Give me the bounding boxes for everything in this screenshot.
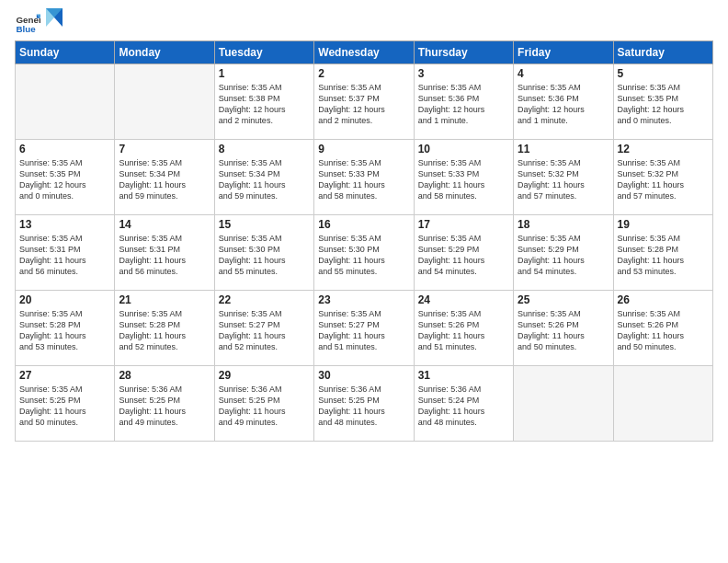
cell-info: Sunrise: 5:35 AM Sunset: 5:26 PM Dayligh… <box>618 308 709 353</box>
cell-info: Sunrise: 5:35 AM Sunset: 5:25 PM Dayligh… <box>19 384 110 429</box>
cell-info: Sunrise: 5:35 AM Sunset: 5:30 PM Dayligh… <box>318 233 409 278</box>
cell-info: Sunrise: 5:35 AM Sunset: 5:27 PM Dayligh… <box>219 308 310 353</box>
cell-info: Sunrise: 5:35 AM Sunset: 5:33 PM Dayligh… <box>418 157 509 202</box>
logo-triangle <box>46 8 63 27</box>
calendar-cell <box>613 366 712 442</box>
calendar-cell: 15Sunrise: 5:35 AM Sunset: 5:30 PM Dayli… <box>214 215 313 291</box>
cell-info: Sunrise: 5:35 AM Sunset: 5:32 PM Dayligh… <box>518 157 609 202</box>
cell-info: Sunrise: 5:36 AM Sunset: 5:24 PM Dayligh… <box>418 384 509 429</box>
day-number: 2 <box>318 67 409 80</box>
cell-info: Sunrise: 5:35 AM Sunset: 5:35 PM Dayligh… <box>618 82 709 127</box>
day-number: 4 <box>518 67 609 80</box>
cell-info: Sunrise: 5:35 AM Sunset: 5:33 PM Dayligh… <box>318 157 409 202</box>
day-number: 7 <box>119 143 210 155</box>
week-row-4: 20Sunrise: 5:35 AM Sunset: 5:28 PM Dayli… <box>16 291 713 366</box>
day-number: 29 <box>219 369 310 382</box>
header-row: SundayMondayTuesdayWednesdayThursdayFrid… <box>16 41 713 64</box>
cell-info: Sunrise: 5:35 AM Sunset: 5:30 PM Dayligh… <box>219 233 310 278</box>
calendar-cell: 1Sunrise: 5:35 AM Sunset: 5:38 PM Daylig… <box>214 64 313 140</box>
day-number: 12 <box>618 143 709 155</box>
calendar-cell <box>16 64 115 140</box>
cell-info: Sunrise: 5:35 AM Sunset: 5:29 PM Dayligh… <box>518 233 609 278</box>
day-number: 19 <box>618 218 709 231</box>
calendar-cell: 11Sunrise: 5:35 AM Sunset: 5:32 PM Dayli… <box>514 140 613 215</box>
day-number: 16 <box>318 218 409 231</box>
day-number: 8 <box>219 143 310 155</box>
week-row-5: 27Sunrise: 5:35 AM Sunset: 5:25 PM Dayli… <box>16 366 713 442</box>
cell-info: Sunrise: 5:35 AM Sunset: 5:28 PM Dayligh… <box>119 308 210 353</box>
day-header-tuesday: Tuesday <box>214 41 313 64</box>
calendar-cell: 30Sunrise: 5:36 AM Sunset: 5:25 PM Dayli… <box>314 366 414 442</box>
calendar-cell: 4Sunrise: 5:35 AM Sunset: 5:36 PM Daylig… <box>514 64 613 140</box>
day-header-friday: Friday <box>514 41 613 64</box>
week-row-3: 13Sunrise: 5:35 AM Sunset: 5:31 PM Dayli… <box>16 215 713 291</box>
calendar-cell: 14Sunrise: 5:35 AM Sunset: 5:31 PM Dayli… <box>115 215 214 291</box>
week-row-1: 1Sunrise: 5:35 AM Sunset: 5:38 PM Daylig… <box>16 64 713 140</box>
day-number: 30 <box>318 369 409 382</box>
calendar-cell: 24Sunrise: 5:35 AM Sunset: 5:26 PM Dayli… <box>414 291 513 366</box>
calendar-cell: 19Sunrise: 5:35 AM Sunset: 5:28 PM Dayli… <box>613 215 712 291</box>
day-number: 21 <box>119 293 210 306</box>
day-header-wednesday: Wednesday <box>314 41 414 64</box>
cell-info: Sunrise: 5:35 AM Sunset: 5:26 PM Dayligh… <box>518 308 609 353</box>
calendar-cell: 25Sunrise: 5:35 AM Sunset: 5:26 PM Dayli… <box>514 291 613 366</box>
day-header-monday: Monday <box>115 41 214 64</box>
day-number: 3 <box>418 67 509 80</box>
day-number: 9 <box>318 143 409 155</box>
day-number: 1 <box>219 67 310 80</box>
day-number: 25 <box>518 293 609 306</box>
day-header-thursday: Thursday <box>414 41 513 64</box>
cell-info: Sunrise: 5:35 AM Sunset: 5:37 PM Dayligh… <box>318 82 409 127</box>
calendar-cell: 7Sunrise: 5:35 AM Sunset: 5:34 PM Daylig… <box>115 140 214 215</box>
day-number: 18 <box>518 218 609 231</box>
cell-info: Sunrise: 5:35 AM Sunset: 5:32 PM Dayligh… <box>618 157 709 202</box>
calendar-cell: 5Sunrise: 5:35 AM Sunset: 5:35 PM Daylig… <box>613 64 712 140</box>
calendar-cell: 17Sunrise: 5:35 AM Sunset: 5:29 PM Dayli… <box>414 215 513 291</box>
cell-info: Sunrise: 5:35 AM Sunset: 5:36 PM Dayligh… <box>518 82 609 127</box>
day-number: 5 <box>618 67 709 80</box>
cell-info: Sunrise: 5:35 AM Sunset: 5:26 PM Dayligh… <box>418 308 509 353</box>
week-row-2: 6Sunrise: 5:35 AM Sunset: 5:35 PM Daylig… <box>16 140 713 215</box>
cell-info: Sunrise: 5:35 AM Sunset: 5:36 PM Dayligh… <box>418 82 509 127</box>
day-header-sunday: Sunday <box>16 41 115 64</box>
day-number: 31 <box>418 369 509 382</box>
day-number: 20 <box>19 293 110 306</box>
cell-info: Sunrise: 5:35 AM Sunset: 5:31 PM Dayligh… <box>119 233 210 278</box>
logo-icon: General Blue <box>15 9 40 35</box>
day-number: 13 <box>19 218 110 231</box>
day-number: 17 <box>418 218 509 231</box>
day-number: 22 <box>219 293 310 306</box>
calendar-cell: 28Sunrise: 5:36 AM Sunset: 5:25 PM Dayli… <box>115 366 214 442</box>
cell-info: Sunrise: 5:36 AM Sunset: 5:25 PM Dayligh… <box>219 384 310 429</box>
day-number: 27 <box>19 369 110 382</box>
calendar-cell: 20Sunrise: 5:35 AM Sunset: 5:28 PM Dayli… <box>16 291 115 366</box>
calendar-page: General Blue SundayMondayTuesdayWednesda… <box>0 0 728 563</box>
calendar-cell: 16Sunrise: 5:35 AM Sunset: 5:30 PM Dayli… <box>314 215 414 291</box>
calendar-cell: 31Sunrise: 5:36 AM Sunset: 5:24 PM Dayli… <box>414 366 513 442</box>
cell-info: Sunrise: 5:35 AM Sunset: 5:29 PM Dayligh… <box>418 233 509 278</box>
header: General Blue <box>15 9 713 35</box>
cell-info: Sunrise: 5:35 AM Sunset: 5:38 PM Dayligh… <box>219 82 310 127</box>
calendar-cell: 22Sunrise: 5:35 AM Sunset: 5:27 PM Dayli… <box>214 291 313 366</box>
logo: General Blue <box>15 9 63 35</box>
day-number: 28 <box>119 369 210 382</box>
day-number: 26 <box>618 293 709 306</box>
calendar-cell: 2Sunrise: 5:35 AM Sunset: 5:37 PM Daylig… <box>314 64 414 140</box>
calendar-cell <box>514 366 613 442</box>
day-number: 14 <box>119 218 210 231</box>
day-header-saturday: Saturday <box>613 41 712 64</box>
day-number: 6 <box>19 143 110 155</box>
calendar-cell: 8Sunrise: 5:35 AM Sunset: 5:34 PM Daylig… <box>214 140 313 215</box>
cell-info: Sunrise: 5:35 AM Sunset: 5:27 PM Dayligh… <box>318 308 409 353</box>
cell-info: Sunrise: 5:35 AM Sunset: 5:34 PM Dayligh… <box>219 157 310 202</box>
day-number: 24 <box>418 293 509 306</box>
calendar-cell: 26Sunrise: 5:35 AM Sunset: 5:26 PM Dayli… <box>613 291 712 366</box>
calendar-cell: 10Sunrise: 5:35 AM Sunset: 5:33 PM Dayli… <box>414 140 513 215</box>
day-number: 23 <box>318 293 409 306</box>
cell-info: Sunrise: 5:36 AM Sunset: 5:25 PM Dayligh… <box>318 384 409 429</box>
calendar-cell: 13Sunrise: 5:35 AM Sunset: 5:31 PM Dayli… <box>16 215 115 291</box>
calendar-cell: 6Sunrise: 5:35 AM Sunset: 5:35 PM Daylig… <box>16 140 115 215</box>
calendar-cell: 27Sunrise: 5:35 AM Sunset: 5:25 PM Dayli… <box>16 366 115 442</box>
cell-info: Sunrise: 5:35 AM Sunset: 5:34 PM Dayligh… <box>119 157 210 202</box>
day-number: 11 <box>518 143 609 155</box>
